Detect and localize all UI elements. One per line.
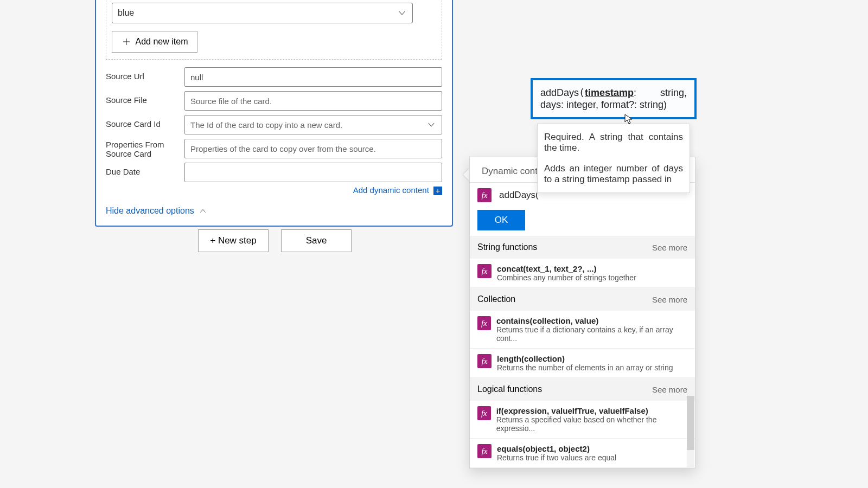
function-item[interactable]: fx contains(collection, value) Returns t… [470,311,695,349]
fx-icon: fx [477,264,492,278]
source-card-id-select[interactable]: The Id of the card to copy into a new ca… [184,115,442,134]
source-file-input[interactable]: Source file of the card. [184,91,442,111]
dynamic-content-panel: Dynamic content fx OK String functionsSe… [469,157,695,468]
action-card: Label Ids Item - 1 blue Add new item Sou… [95,0,453,227]
source-url-input[interactable]: null [184,67,442,87]
see-more-link[interactable]: See more [652,243,687,252]
plus-icon [122,37,131,47]
plus-box-icon[interactable]: + [433,187,442,195]
step-buttons: + New step Save [198,229,352,252]
section-header: Logical functionsSee more [470,378,695,401]
add-dynamic-content-link[interactable]: Add dynamic content [353,185,431,195]
ok-button[interactable]: OK [477,210,525,230]
source-card-id-label: Source Card Id [106,115,184,129]
section-header: String functionsSee more [470,236,695,259]
function-signature: addDays(timestamp: string, days: integer… [531,78,697,119]
fx-icon: fx [477,354,492,368]
properties-label: Properties From Source Card [106,139,184,158]
add-new-item-button[interactable]: Add new item [112,31,197,53]
cursor-icon [624,114,633,127]
function-list[interactable]: String functionsSee morefx concat(text_1… [470,236,695,468]
fx-icon: fx [477,406,491,420]
label-ids-section: Label Ids Item - 1 blue Add new item [106,0,442,60]
see-more-link[interactable]: See more [652,385,687,394]
function-tooltip: Required. A string that contains the tim… [537,124,690,193]
scrollbar-thumb[interactable] [687,396,694,450]
section-header: CollectionSee more [470,288,695,311]
source-url-label: Source Url [106,67,184,81]
save-button[interactable]: Save [281,229,352,252]
see-more-link[interactable]: See more [652,295,687,304]
label-ids-value: blue [118,8,134,18]
source-file-label: Source File [106,91,184,105]
properties-input[interactable]: Properties of the card to copy over from… [184,139,442,158]
due-date-label: Due Date [106,163,184,176]
chevron-down-icon [397,8,407,18]
label-ids-select[interactable]: blue [112,3,413,23]
fx-icon: fx [477,444,492,458]
chevron-up-icon [199,207,207,215]
due-date-input[interactable] [184,163,442,182]
function-item[interactable]: fx equals(object1, object2) Returns true… [470,439,695,468]
hide-advanced-toggle[interactable]: Hide advanced options [106,206,442,216]
fx-icon: fx [477,188,492,202]
function-item[interactable]: fx if(expression, valueIfTrue, valueIfFa… [470,401,695,439]
chevron-down-icon [426,120,436,130]
fx-icon: fx [477,316,491,330]
function-item[interactable]: fx concat(text_1, text_2?, ...) Combines… [470,259,695,288]
function-item[interactable]: fx length(collection) Returns the number… [470,349,695,378]
add-new-item-label: Add new item [136,37,188,47]
new-step-button[interactable]: + New step [198,229,269,252]
